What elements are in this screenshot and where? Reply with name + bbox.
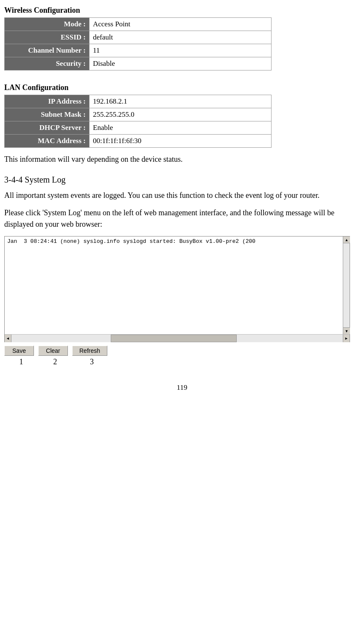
description-1: All important system events are logged. … — [4, 190, 360, 201]
page-number: 119 — [4, 383, 360, 392]
wireless-value-cell: Disable — [90, 57, 272, 70]
lan-config-row: Subnet Mask : 255.255.255.0 — [5, 108, 272, 121]
lan-label-cell: DHCP Server : — [5, 121, 90, 135]
lan-config-title: LAN Configuration — [4, 83, 360, 92]
wireless-config-section: Wireless Configuration Mode : Access Poi… — [4, 6, 360, 70]
refresh-number: 3 — [90, 358, 94, 366]
lan-config-row: MAC Address : 00:1f:1f:1f:6f:30 — [5, 135, 272, 148]
lan-config-table: IP Address : 192.168.2.1 Subnet Mask : 2… — [4, 95, 272, 148]
wireless-config-title: Wireless Configuration — [4, 6, 360, 15]
log-textarea-wrapper: ▲ ▼ — [5, 236, 350, 334]
wireless-value-cell: 11 — [90, 44, 272, 57]
page-content: Wireless Configuration Mode : Access Poi… — [4, 0, 360, 392]
lan-label-cell: IP Address : — [5, 95, 90, 108]
clear-number: 2 — [53, 358, 57, 366]
clear-button[interactable]: Clear — [38, 346, 68, 356]
log-display[interactable] — [5, 236, 350, 334]
log-hscroll-left-btn[interactable]: ◄ — [5, 335, 11, 342]
wireless-config-row: Security : Disable — [5, 57, 272, 70]
log-vscroll-up-btn[interactable]: ▲ — [343, 236, 350, 243]
lan-config-section: LAN Configuration IP Address : 192.168.2… — [4, 83, 360, 148]
description-2: Please click 'System Log' menu on the le… — [4, 207, 360, 230]
wireless-value-cell: default — [90, 31, 272, 44]
save-number: 1 — [20, 358, 23, 366]
lan-value-cell: 00:1f:1f:1f:6f:30 — [90, 135, 272, 148]
log-vertical-scrollbar[interactable]: ▲ ▼ — [343, 236, 350, 334]
wireless-label-cell: Security : — [5, 57, 90, 70]
refresh-group: Refresh 3 — [72, 346, 112, 366]
wireless-config-row: ESSID : default — [5, 31, 272, 44]
log-hscroll-right-btn[interactable]: ► — [343, 335, 350, 342]
lan-value-cell: Enable — [90, 121, 272, 135]
log-hscroll-thumb[interactable] — [111, 335, 237, 342]
wireless-label-cell: Channel Number : — [5, 44, 90, 57]
lan-config-row: IP Address : 192.168.2.1 — [5, 95, 272, 108]
refresh-button[interactable]: Refresh — [72, 346, 107, 356]
lan-value-cell: 192.168.2.1 — [90, 95, 272, 108]
clear-group: Clear 2 — [38, 346, 72, 366]
lan-label-cell: Subnet Mask : — [5, 108, 90, 121]
log-horizontal-scrollbar[interactable]: ◄ ► — [5, 334, 350, 342]
subsection-heading: 3-4-4 System Log — [4, 174, 360, 186]
log-container: ▲ ▼ ◄ ► — [4, 236, 350, 342]
lan-label-cell: MAC Address : — [5, 135, 90, 148]
wireless-value-cell: Access Point — [90, 18, 272, 31]
wireless-config-row: Mode : Access Point — [5, 18, 272, 31]
log-hscroll-track — [11, 335, 343, 342]
lan-value-cell: 255.255.255.0 — [90, 108, 272, 121]
log-vscroll-track — [343, 243, 350, 327]
log-vscroll-down-btn[interactable]: ▼ — [343, 327, 350, 334]
info-text: This information will vary depending on … — [4, 154, 360, 165]
wireless-label-cell: Mode : — [5, 18, 90, 31]
save-group: Save 1 — [4, 346, 38, 366]
wireless-config-table: Mode : Access Point ESSID : default Chan… — [4, 17, 272, 70]
save-button[interactable]: Save — [4, 346, 34, 356]
buttons-area: Save 1 Clear 2 Refresh 3 — [4, 346, 360, 366]
wireless-label-cell: ESSID : — [5, 31, 90, 44]
wireless-config-row: Channel Number : 11 — [5, 44, 272, 57]
lan-config-row: DHCP Server : Enable — [5, 121, 272, 135]
